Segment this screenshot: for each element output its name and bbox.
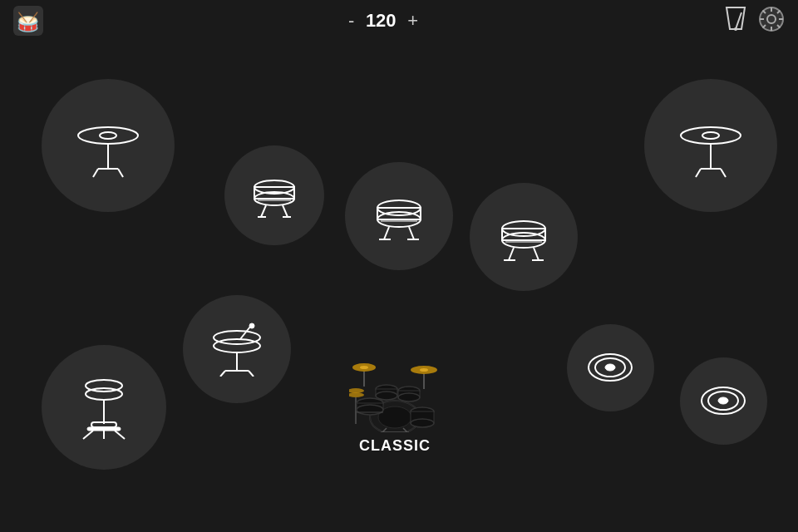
app-icon[interactable]: 🥁 [13, 6, 43, 36]
svg-marker-2 [727, 7, 745, 29]
svg-point-74 [360, 366, 368, 369]
svg-point-72 [718, 397, 728, 404]
svg-point-21 [681, 127, 741, 144]
bpm-increase-button[interactable]: + [407, 10, 418, 32]
svg-point-54 [249, 323, 254, 328]
cymbal-left-pad[interactable] [42, 79, 175, 212]
svg-point-51 [214, 331, 260, 344]
bpm-decrease-button[interactable]: - [348, 10, 354, 32]
svg-point-77 [420, 368, 428, 372]
svg-point-80 [349, 392, 364, 397]
svg-point-52 [214, 339, 260, 352]
kit-image [345, 357, 445, 432]
svg-line-47 [509, 248, 514, 260]
svg-point-16 [100, 132, 116, 139]
hihat-stand-pad[interactable] [42, 345, 166, 470]
snare-3-pad[interactable] [470, 183, 578, 291]
svg-line-39 [384, 227, 389, 239]
svg-line-3 [736, 12, 741, 29]
cymbal-right-pad[interactable] [644, 79, 777, 212]
svg-point-97 [411, 419, 434, 427]
snare-2-pad[interactable] [345, 162, 453, 270]
kit-name-label: CLASSIC [359, 437, 431, 455]
kit-display[interactable]: CLASSIC [345, 357, 445, 455]
svg-line-25 [696, 169, 701, 177]
hihat-pad[interactable] [183, 295, 291, 403]
svg-line-26 [721, 169, 726, 177]
svg-rect-62 [91, 422, 116, 427]
svg-point-22 [702, 132, 719, 139]
svg-line-32 [283, 205, 288, 217]
top-bar: 🥁 - 120 + [0, 0, 798, 42]
electronic-pad-2[interactable] [680, 357, 767, 445]
top-right [723, 6, 785, 37]
snare-1-pad[interactable] [224, 145, 324, 245]
svg-point-15 [78, 127, 138, 144]
svg-line-58 [249, 371, 254, 377]
metronome-icon[interactable] [723, 6, 748, 37]
bpm-control: - 120 + [348, 10, 418, 32]
svg-rect-63 [87, 427, 121, 431]
svg-text:🥁: 🥁 [17, 11, 40, 33]
svg-line-31 [261, 205, 266, 217]
svg-line-53 [240, 327, 250, 339]
svg-point-87 [357, 405, 383, 415]
svg-point-91 [376, 392, 397, 400]
svg-line-19 [93, 169, 98, 177]
bpm-value: 120 [364, 10, 397, 32]
svg-point-4 [734, 27, 737, 31]
top-left: 🥁 [13, 6, 43, 36]
svg-line-20 [118, 169, 123, 177]
electronic-pad-1[interactable] [567, 324, 654, 411]
svg-line-48 [534, 248, 539, 260]
settings-icon[interactable] [758, 6, 785, 36]
svg-line-57 [220, 371, 225, 377]
svg-point-69 [605, 364, 615, 371]
svg-point-60 [86, 388, 122, 400]
svg-line-40 [409, 227, 414, 239]
svg-line-64 [83, 431, 93, 439]
svg-line-65 [115, 431, 125, 439]
svg-point-94 [398, 393, 420, 401]
